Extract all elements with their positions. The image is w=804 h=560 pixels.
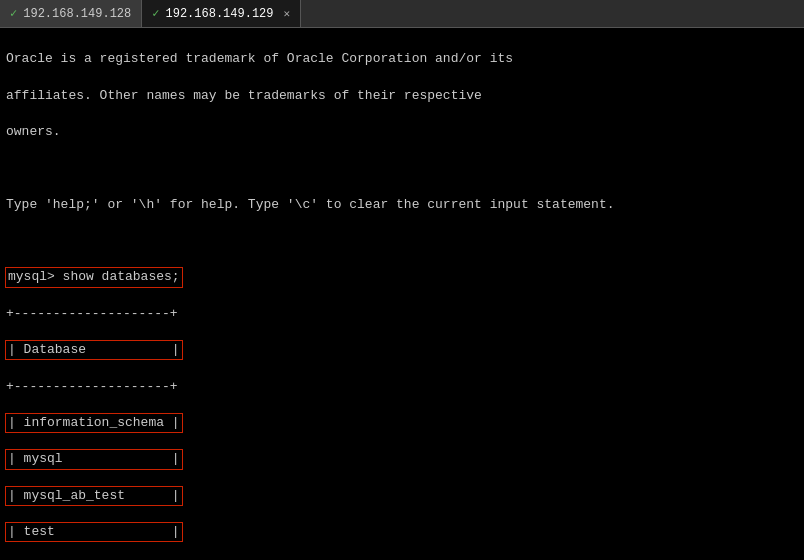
db-test-row: | test | (6, 523, 182, 541)
check-icon-1: ✓ (10, 6, 17, 21)
terminal-line-3 (6, 159, 798, 177)
check-icon-2: ✓ (152, 6, 159, 21)
terminal-line-11: | mysql | (6, 450, 798, 468)
terminal-line-2: owners. (6, 123, 798, 141)
terminal-line-1: affiliates. Other names may be trademark… (6, 87, 798, 105)
terminal-line-show-databases: mysql> show databases; (6, 268, 798, 286)
db-mysql-row: | mysql | (6, 450, 182, 468)
terminal-line-0: Oracle is a registered trademark of Orac… (6, 50, 798, 68)
close-icon[interactable]: ✕ (284, 7, 291, 20)
terminal-line-10: | information_schema | (6, 414, 798, 432)
show-databases-command: mysql> show databases; (6, 268, 182, 286)
terminal[interactable]: Oracle is a registered trademark of Orac… (0, 28, 804, 560)
terminal-line-8: | Database | (6, 341, 798, 359)
tab-bar: ✓ 192.168.149.128 ✓ 192.168.149.129 ✕ (0, 0, 804, 28)
terminal-line-7: +--------------------+ (6, 305, 798, 323)
terminal-line-12: | mysql_ab_test | (6, 487, 798, 505)
db-info-schema-row: | information_schema | (6, 414, 182, 432)
tab-192-168-149-129[interactable]: ✓ 192.168.149.129 ✕ (142, 0, 301, 27)
terminal-line-4: Type 'help;' or '\h' for help. Type '\c'… (6, 196, 798, 214)
db-mysql-ab-test-row: | mysql_ab_test | (6, 487, 182, 505)
tab-label-1: 192.168.149.128 (23, 7, 131, 21)
tab-192-168-149-128[interactable]: ✓ 192.168.149.128 (0, 0, 142, 27)
terminal-line-5 (6, 232, 798, 250)
database-header-row: | Database | (6, 341, 182, 359)
tab-label-2: 192.168.149.129 (166, 7, 274, 21)
terminal-line-9: +--------------------+ (6, 378, 798, 396)
terminal-line-13: | test | (6, 523, 798, 541)
